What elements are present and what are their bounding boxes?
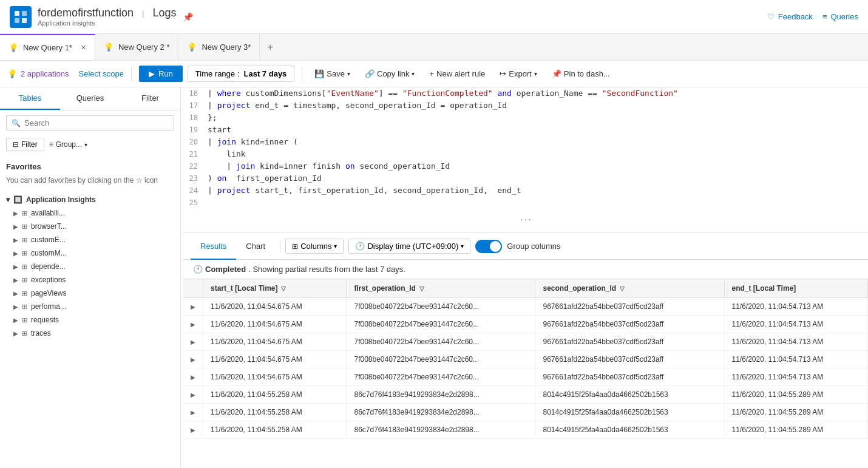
table-icon-4: ⊞ xyxy=(22,249,27,257)
table-row[interactable]: ▶ 11/6/2020, 11:04:55.258 AM 86c7d76f418… xyxy=(183,421,868,439)
tree-item-custome[interactable]: ▶ ⊞ customE... xyxy=(6,233,174,246)
app-name: fordemofirstfunction xyxy=(38,7,134,19)
table-row[interactable]: ▶ 11/6/2020, 11:04:54.675 AM 7f008be0407… xyxy=(183,316,868,333)
table-row[interactable]: ▶ 11/6/2020, 11:04:54.675 AM 7f008be0407… xyxy=(183,368,868,386)
filter-icon-1[interactable]: ▽ xyxy=(281,285,286,292)
table-row[interactable]: ▶ 11/6/2020, 11:04:55.258 AM 86c7d76f418… xyxy=(183,386,868,404)
display-time-button[interactable]: 🕐 Display time (UTC+09:00) ▾ xyxy=(348,239,470,254)
col-start-t-label: start_t [Local Time] xyxy=(211,284,277,293)
tree-item-depende[interactable]: ▶ ⊞ depende... xyxy=(6,260,174,273)
group-label: Group... xyxy=(56,140,82,149)
code-line-23: 23 ) on first_operation_Id xyxy=(183,172,868,185)
row-expand-4[interactable]: ▶ xyxy=(183,368,203,386)
table-icon-10: ⊞ xyxy=(22,330,27,337)
table-header-row: start_t [Local Time] ▽ first_operation_I… xyxy=(183,279,868,298)
clock-icon: 🕐 xyxy=(355,242,365,251)
app-insights-section[interactable]: ▾ 🔲 Application Insights xyxy=(6,191,174,206)
row-end-t-2: 11/6/2020, 11:04:54.713 AM xyxy=(724,333,868,351)
filter-icon-3[interactable]: ▽ xyxy=(620,285,625,292)
table-row[interactable]: ▶ 11/6/2020, 11:04:55.258 AM 86c7d76f418… xyxy=(183,404,868,421)
row-first-op-1: 7f008be040722b47bee931447c2c60... xyxy=(347,316,535,333)
tree-item-performa[interactable]: ▶ ⊞ performa... xyxy=(6,300,174,313)
tree-arrow-9: ▶ xyxy=(13,317,18,324)
tree-label-9: requests xyxy=(31,316,59,324)
tab-new-query-1[interactable]: 💡 New Query 1* ✕ xyxy=(0,34,95,61)
sidebar-tab-tables[interactable]: Tables xyxy=(0,87,60,110)
row-expand-1[interactable]: ▶ xyxy=(183,316,203,333)
new-alert-button[interactable]: + New alert rule xyxy=(424,67,490,81)
group-button[interactable]: ≡ Group... ▾ xyxy=(49,140,87,149)
tree-item-browsert[interactable]: ▶ ⊞ browserT... xyxy=(6,220,174,233)
tree-item-customm[interactable]: ▶ ⊞ customM... xyxy=(6,246,174,260)
app-header: fordemofirstfunction | Logs Application … xyxy=(0,0,868,34)
tab-new-query-3[interactable]: 💡 New Query 3* xyxy=(178,34,260,61)
time-range-prefix: Time range : xyxy=(195,69,240,78)
table-icon-2: ⊞ xyxy=(22,223,27,231)
feedback-label: Feedback xyxy=(778,12,813,21)
copy-link-button[interactable]: 🔗 Copy link ▾ xyxy=(360,67,419,81)
row-expand-6[interactable]: ▶ xyxy=(183,404,203,421)
tree-item-traces[interactable]: ▶ ⊞ traces xyxy=(6,327,174,340)
row-end-t-1: 11/6/2020, 11:04:54.713 AM xyxy=(724,316,868,333)
col-end-t-header[interactable]: end_t [Local Time] xyxy=(724,279,868,298)
results-tab-chart[interactable]: Chart xyxy=(236,233,275,260)
row-first-op-2: 7f008be040722b47bee931447c2c60... xyxy=(347,333,535,351)
columns-button[interactable]: ⊞ Columns ▾ xyxy=(285,239,344,254)
row-expand-3[interactable]: ▶ xyxy=(183,351,203,368)
table-icon-9: ⊞ xyxy=(22,316,27,324)
queries-icon: ≡ xyxy=(822,12,827,21)
row-expand-7[interactable]: ▶ xyxy=(183,421,203,439)
feedback-button[interactable]: ♡ Feedback xyxy=(767,12,813,21)
save-button[interactable]: 💾 Save ▾ xyxy=(310,67,355,81)
table-row[interactable]: ▶ 11/6/2020, 11:04:54.675 AM 7f008be0407… xyxy=(183,333,868,351)
code-editor[interactable]: 16 | where customDimensions["EventName"]… xyxy=(183,87,868,233)
tree-label-8: performa... xyxy=(31,302,66,311)
table-row[interactable]: ▶ 11/6/2020, 11:04:54.675 AM 7f008be0407… xyxy=(183,298,868,316)
tab1-close[interactable]: ✕ xyxy=(81,44,86,52)
queries-button[interactable]: ≡ Queries xyxy=(822,12,858,21)
row-expand-2[interactable]: ▶ xyxy=(183,333,203,351)
main-layout: Tables Queries Filter 🔍 ⊟ Filter ≡ Group… xyxy=(0,87,868,468)
export-button[interactable]: ↦ Export ▾ xyxy=(495,67,542,81)
filter-label: Filter xyxy=(21,140,38,149)
app-logo xyxy=(10,6,32,28)
sidebar-tab-queries[interactable]: Queries xyxy=(60,87,120,110)
tabs-bar: 💡 New Query 1* ✕ 💡 New Query 2 * 💡 New Q… xyxy=(0,34,868,61)
bulb-icon: 💡 xyxy=(7,69,17,78)
time-range-button[interactable]: Time range : Last 7 days xyxy=(188,66,295,82)
row-expand-5[interactable]: ▶ xyxy=(183,386,203,404)
tree-item-availabili[interactable]: ▶ ⊞ availabili... xyxy=(6,206,174,220)
tree-arrow-1: ▶ xyxy=(13,210,18,217)
run-button[interactable]: ▶ Run xyxy=(139,66,183,82)
pin-dash-label: Pin to dash... xyxy=(564,69,610,78)
tab-new-query-2[interactable]: 💡 New Query 2 * xyxy=(95,34,179,61)
search-input[interactable] xyxy=(24,118,169,127)
search-input-wrapper[interactable]: 🔍 xyxy=(6,115,174,131)
tree-item-requests[interactable]: ▶ ⊞ requests xyxy=(6,313,174,327)
results-table-container[interactable]: start_t [Local Time] ▽ first_operation_I… xyxy=(183,279,868,468)
code-line-17: 17 | project end_t = timestamp, second_o… xyxy=(183,100,868,112)
row-end-t-6: 11/6/2020, 11:04:55.289 AM xyxy=(724,404,868,421)
col-second-op-header[interactable]: second_operation_Id ▽ xyxy=(535,279,724,298)
tree-label-3: customE... xyxy=(31,236,66,244)
sidebar: Tables Queries Filter 🔍 ⊟ Filter ≡ Group… xyxy=(0,87,181,468)
row-start-t-0: 11/6/2020, 11:04:54.675 AM xyxy=(203,298,347,316)
results-tab-results[interactable]: Results xyxy=(191,233,236,260)
tree-item-exceptions[interactable]: ▶ ⊞ exceptions xyxy=(6,273,174,287)
sidebar-tab-filter[interactable]: Filter xyxy=(120,87,180,110)
table-row[interactable]: ▶ 11/6/2020, 11:04:54.675 AM 7f008be0407… xyxy=(183,351,868,368)
filter-icon-2[interactable]: ▽ xyxy=(419,285,424,292)
select-scope-button[interactable]: Select scope xyxy=(79,69,124,78)
col-start-t-header[interactable]: start_t [Local Time] ▽ xyxy=(203,279,347,298)
copy-link-label: Copy link xyxy=(377,69,409,78)
filter-button[interactable]: ⊟ Filter xyxy=(6,138,44,151)
sidebar-content: Favorites You can add favorites by click… xyxy=(0,156,180,468)
pin-icon[interactable]: 📌 xyxy=(183,12,193,22)
col-first-op-header[interactable]: first_operation_Id ▽ xyxy=(347,279,535,298)
add-tab-button[interactable]: + xyxy=(260,42,280,53)
group-columns-toggle[interactable] xyxy=(475,240,502,253)
tree-item-pageviews[interactable]: ▶ ⊞ pageViews xyxy=(6,287,174,300)
row-expand-0[interactable]: ▶ xyxy=(183,298,203,316)
pin-to-dash-button[interactable]: 📌 Pin to dash... xyxy=(547,67,615,81)
save-label: Save xyxy=(327,69,345,78)
